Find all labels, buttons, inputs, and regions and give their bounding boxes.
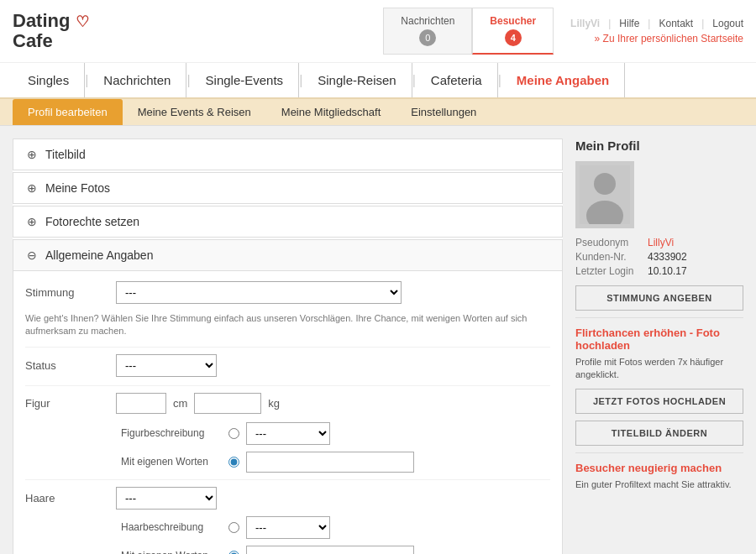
figur-beschreibung-label: Figurbeschreibung bbox=[121, 427, 222, 439]
top-links: LillyVi | Hilfe | Kontakt | Logout bbox=[570, 18, 743, 29]
subnav-profil-bearbeiten[interactable]: Profil bearbeiten bbox=[13, 99, 123, 125]
haar-beschreibung-select[interactable]: --- bbox=[246, 516, 330, 539]
form-body: Stimmung --- Wie geht's Ihnen? Wählen Si… bbox=[13, 271, 562, 554]
haare-label: Haare bbox=[25, 492, 109, 504]
status-select[interactable]: --- bbox=[116, 354, 217, 377]
divider-2 bbox=[575, 452, 743, 453]
svg-point-1 bbox=[594, 173, 616, 195]
hilfe-link[interactable]: Hilfe bbox=[619, 18, 639, 29]
figur-worte-radio[interactable] bbox=[228, 457, 239, 468]
letzter-login-value: 10.10.17 bbox=[648, 265, 687, 277]
section-allgemeine-header[interactable]: ⊖ Allgemeine Angaben bbox=[13, 240, 562, 271]
figur-beschreibung-radio[interactable] bbox=[228, 428, 239, 439]
stimmung-hint: Wie geht's Ihnen? Wählen Sie Ihre Stimmu… bbox=[25, 312, 550, 338]
haar-worte-radio[interactable] bbox=[228, 551, 239, 554]
nav-single-events[interactable]: Single-Events bbox=[191, 63, 300, 97]
status-row: Status --- bbox=[25, 347, 550, 377]
promo1-text: Profile mit Fotos werden 7x häufiger ang… bbox=[575, 356, 743, 382]
promo2-text: Ein guter Profiltext macht Sie attraktiv… bbox=[575, 478, 743, 491]
nav-singles[interactable]: Singles bbox=[13, 63, 85, 97]
divider-1 bbox=[575, 317, 743, 318]
figur-kg-input[interactable] bbox=[194, 393, 261, 414]
tab-besucher[interactable]: Besucher 4 bbox=[472, 8, 554, 55]
main-content: ⊕ Titelbild ⊕ Meine Fotos ⊕ Fotorechte s… bbox=[13, 138, 563, 554]
header-right: LillyVi | Hilfe | Kontakt | Logout » Zu … bbox=[570, 18, 743, 44]
promo2-title: Besucher neugierig machen bbox=[575, 462, 743, 474]
main-nav: Singles | Nachrichten | Single-Events | … bbox=[0, 63, 756, 99]
titelbild-aendern-button[interactable]: TITELBILD ÄNDERN bbox=[575, 421, 743, 446]
sep1: | bbox=[608, 18, 611, 29]
figur-beschreibung-row: Figurbeschreibung --- bbox=[25, 422, 550, 445]
figur-section: Figur cm kg Figurbeschreibung --- bbox=[25, 385, 550, 473]
figur-worte-input[interactable] bbox=[246, 452, 414, 473]
nav-single-reisen[interactable]: Single-Reisen bbox=[302, 63, 412, 97]
figur-cm-input[interactable] bbox=[116, 393, 166, 414]
pseudonym-row: Pseudonym LillyVi bbox=[575, 237, 743, 248]
stimmung-select[interactable]: --- bbox=[116, 281, 402, 304]
expand-icon-allgemeine: ⊖ bbox=[25, 248, 39, 262]
section-fotorechte-header[interactable]: ⊕ Fotorechte setzen bbox=[13, 206, 562, 237]
header-tabs: Nachrichten 0 Besucher 4 bbox=[383, 8, 554, 55]
haar-worte-input[interactable] bbox=[246, 546, 414, 554]
haar-beschreibung-label: Haarbeschreibung bbox=[121, 521, 222, 533]
sep3: | bbox=[701, 18, 704, 29]
figur-beschreibung-select[interactable]: --- bbox=[246, 422, 330, 445]
section-titelbild: ⊕ Titelbild bbox=[13, 138, 563, 170]
profile-info: Pseudonym LillyVi Kunden-Nr. 4333902 Let… bbox=[575, 237, 743, 277]
kunden-nr-label: Kunden-Nr. bbox=[575, 251, 643, 263]
expand-icon-titelbild: ⊕ bbox=[25, 148, 39, 161]
section-fotos-header[interactable]: ⊕ Meine Fotos bbox=[13, 173, 562, 203]
sidebar-title: Mein Profil bbox=[575, 138, 743, 153]
fotos-hochladen-button[interactable]: JETZT FOTOS HOCHLADEN bbox=[575, 389, 743, 414]
section-titelbild-header[interactable]: ⊕ Titelbild bbox=[13, 139, 562, 170]
nav-cafeteria[interactable]: Cafeteria bbox=[416, 63, 498, 97]
expand-icon-fotorechte: ⊕ bbox=[25, 215, 39, 228]
section-allgemeine-label: Allgemeine Angaben bbox=[45, 248, 153, 262]
haar-worte-label: Mit eigenen Worten bbox=[121, 550, 222, 554]
section-fotos-label: Meine Fotos bbox=[45, 181, 110, 195]
profile-avatar bbox=[575, 161, 634, 228]
haar-beschreibung-row: Haarbeschreibung --- bbox=[25, 516, 550, 539]
haare-row: Haare --- bbox=[25, 487, 550, 510]
kontakt-link[interactable]: Kontakt bbox=[659, 18, 693, 29]
haare-select[interactable]: --- bbox=[116, 487, 217, 510]
logo-text: Dating ♡ bbox=[13, 11, 139, 31]
kunden-nr-row: Kunden-Nr. 4333902 bbox=[575, 251, 743, 263]
kg-unit: kg bbox=[268, 397, 280, 410]
logout-link[interactable]: Logout bbox=[712, 18, 743, 29]
logo-heart: ♡ bbox=[76, 13, 89, 30]
section-allgemeine-angaben: ⊖ Allgemeine Angaben Stimmung --- Wie ge… bbox=[13, 239, 563, 554]
welcome-link[interactable]: » Zu Ihrer persönlichen Startseite bbox=[595, 33, 743, 44]
section-meine-fotos: ⊕ Meine Fotos bbox=[13, 172, 563, 204]
section-fotorechte-label: Fotorechte setzen bbox=[45, 215, 139, 228]
subnav-mitgliedschaft[interactable]: Meine Mitgliedschaft bbox=[266, 99, 396, 125]
haar-worte-row: Mit eigenen Worten bbox=[25, 546, 550, 554]
nav-nachrichten[interactable]: Nachrichten bbox=[88, 63, 186, 97]
content-layout: ⊕ Titelbild ⊕ Meine Fotos ⊕ Fotorechte s… bbox=[0, 126, 756, 554]
subnav-meine-events[interactable]: Meine Events & Reisen bbox=[123, 99, 266, 125]
username-display: LillyVi bbox=[570, 18, 600, 29]
sidebar: Mein Profil Pseudonym LillyVi Kunden-Nr.… bbox=[575, 138, 743, 554]
letzter-login-row: Letzter Login 10.10.17 bbox=[575, 265, 743, 277]
stimmung-angeben-button[interactable]: STIMMUNG ANGEBEN bbox=[575, 285, 743, 311]
tab-nachrichten[interactable]: Nachrichten 0 bbox=[383, 8, 472, 55]
subnav-einstellungen[interactable]: Einstellungen bbox=[396, 99, 491, 125]
nav-meine-angaben[interactable]: Meine Angaben bbox=[501, 63, 625, 97]
letzter-login-label: Letzter Login bbox=[575, 265, 643, 277]
header: Dating ♡ Cafe Nachrichten 0 Besucher 4 L… bbox=[0, 0, 756, 63]
figur-label: Figur bbox=[25, 397, 109, 410]
figur-row: Figur cm kg bbox=[25, 393, 550, 414]
kunden-nr-value: 4333902 bbox=[648, 251, 687, 263]
sub-nav: Profil bearbeiten Meine Events & Reisen … bbox=[0, 99, 756, 126]
stimmung-label: Stimmung bbox=[25, 286, 109, 299]
expand-icon-fotos: ⊕ bbox=[25, 181, 39, 195]
section-fotorechte: ⊕ Fotorechte setzen bbox=[13, 206, 563, 238]
stimmung-row: Stimmung --- bbox=[25, 281, 550, 304]
figur-worte-label: Mit eigenen Worten bbox=[121, 456, 222, 468]
pseudonym-value: LillyVi bbox=[648, 237, 674, 248]
logo: Dating ♡ Cafe bbox=[13, 11, 139, 51]
haar-beschreibung-radio[interactable] bbox=[228, 522, 239, 533]
promo1-title: Flirtchancen erhöhen - Foto hochladen bbox=[575, 327, 743, 352]
section-titelbild-label: Titelbild bbox=[45, 148, 86, 161]
figur-worte-row: Mit eigenen Worten bbox=[25, 452, 550, 473]
